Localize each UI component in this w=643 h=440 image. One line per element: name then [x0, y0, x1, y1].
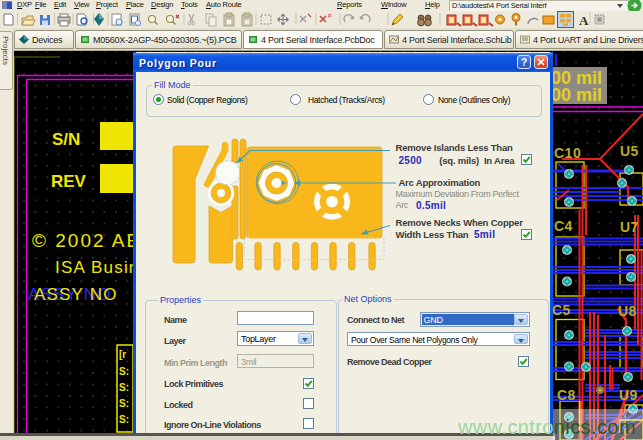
svg-text:S:: S:: [119, 382, 129, 393]
svg-text:C8: C8: [557, 387, 576, 403]
svg-text:U7: U7: [620, 219, 639, 235]
svg-text:S/N: S/N: [52, 130, 80, 149]
svg-text:S:: S:: [119, 398, 129, 409]
svg-text:U9: U9: [619, 387, 638, 403]
svg-text:U8: U8: [618, 303, 637, 319]
svg-text:S:: S:: [119, 414, 129, 425]
svg-text:ASSY NO: ASSY NO: [34, 285, 118, 304]
svg-text:C5: C5: [552, 302, 571, 318]
svg-text:ISA Busin: ISA Busin: [55, 258, 140, 277]
svg-text:U5: U5: [620, 143, 639, 159]
svg-text:00 mil: 00 mil: [551, 85, 602, 105]
svg-text:A: A: [579, 13, 589, 28]
svg-text:C4: C4: [554, 218, 573, 234]
svg-text:S:: S:: [119, 366, 129, 377]
svg-text:[r: [r: [119, 349, 126, 360]
svg-text:© 2002 AB: © 2002 AB: [32, 230, 141, 251]
svg-text:REV: REV: [51, 172, 87, 191]
svg-text:?: ?: [521, 57, 527, 68]
svg-text:C10: C10: [554, 145, 581, 161]
